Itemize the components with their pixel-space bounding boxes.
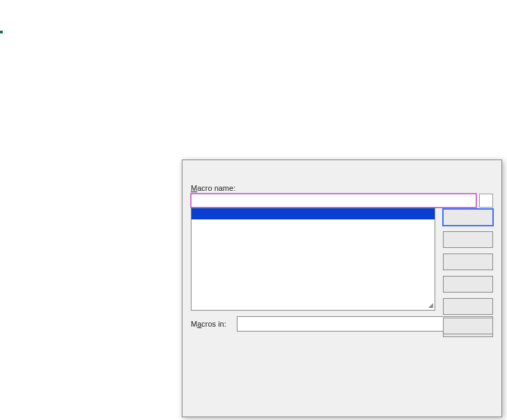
scroll-indicator-icon: ◢ [428, 302, 433, 309]
dialog-titlebar[interactable] [182, 160, 501, 180]
delete-button[interactable] [443, 298, 493, 315]
macro-listbox[interactable]: ◢ [191, 208, 435, 311]
step-into-button[interactable] [443, 231, 493, 248]
collapse-icon[interactable] [479, 194, 493, 208]
macros-in-label: Macros in: [191, 320, 233, 328]
help-icon[interactable] [451, 162, 474, 178]
macro-dialog: Macro name: ◢ Macros in: [182, 160, 502, 417]
close-icon[interactable] [474, 162, 496, 178]
page-title [0, 0, 507, 18]
cancel-button[interactable] [443, 318, 493, 334]
macro-list-item[interactable] [192, 208, 435, 219]
macro-name-input[interactable] [191, 194, 476, 208]
macro-name-label: Macro name: [191, 184, 493, 192]
edit-button[interactable] [443, 254, 493, 270]
run-button[interactable] [443, 209, 493, 226]
selection-outline [0, 31, 3, 33]
create-button [443, 276, 493, 293]
